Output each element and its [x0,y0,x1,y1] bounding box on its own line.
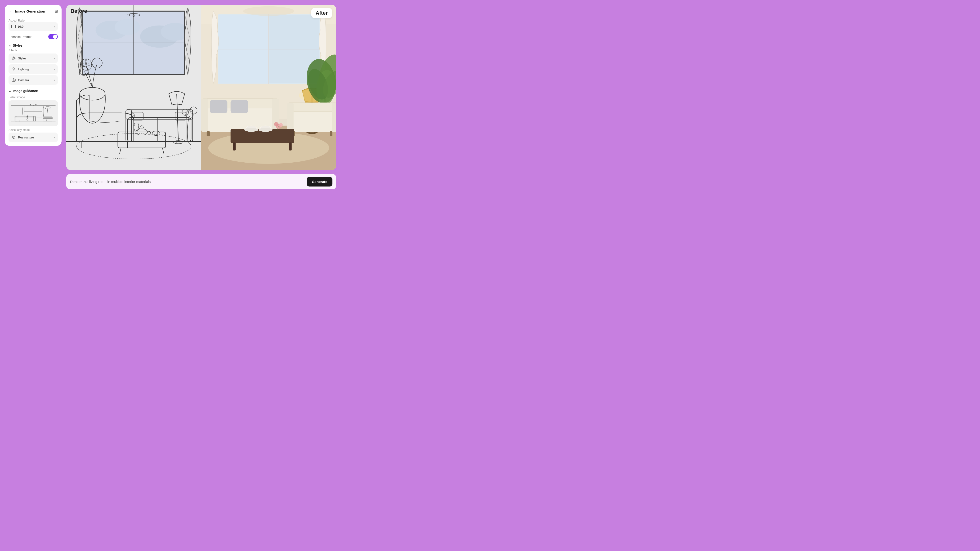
sidebar-title: Image Generation [15,9,45,13]
main-content: Before [66,5,336,189]
before-sketch-image [66,5,201,170]
sidebar-header-left: ← Image Generation [8,8,45,14]
image-guidance-title: Image guidance [13,89,38,93]
lighting-menu-chevron: › [54,67,55,71]
aspect-ratio-chevron: › [54,25,55,29]
svg-point-110 [279,123,283,127]
styles-menu-item[interactable]: Styles › [8,54,58,63]
back-button[interactable]: ← [8,8,13,14]
svg-rect-1 [12,79,15,81]
lighting-icon [11,67,16,71]
svg-rect-92 [207,131,210,136]
restructure-label: Restructure [18,136,34,139]
lighting-menu-item[interactable]: Lighting › [8,64,58,74]
svg-rect-91 [231,100,248,113]
restructure-chevron: › [54,135,55,139]
camera-menu-label: Camera [18,78,29,82]
svg-rect-90 [210,100,227,113]
generate-button[interactable]: Generate [307,177,332,186]
effects-label: Effects [8,49,58,52]
svg-point-0 [13,57,14,59]
camera-menu-chevron: › [54,78,55,82]
image-guidance-collapsible-header[interactable]: ▲ Image guidance [8,88,58,94]
image-guidance-chevron: ▲ [8,89,11,92]
svg-point-113 [243,6,294,16]
styles-icon [11,56,16,60]
svg-rect-95 [287,103,336,112]
select-image-label: Select image [8,95,58,99]
sketch-image [8,100,58,126]
camera-icon [11,78,16,83]
select-mode-label: Select any mode [8,128,58,132]
svg-point-108 [259,128,272,132]
image-guidance-section: ▲ Image guidance Select image [8,88,58,142]
svg-rect-99 [330,131,332,136]
ratio-icon [11,25,16,28]
aspect-ratio-section: Aspect Ratio 16:9 › [8,18,58,31]
sidebar-header: ← Image Generation ⊞ [8,8,58,16]
before-panel: Before [66,5,201,170]
after-label: After [311,8,332,18]
svg-point-2 [13,80,14,81]
styles-collapsible-header[interactable]: ▲ Styles [8,43,58,48]
enhance-prompt-label: Enhance Prompt [8,35,32,38]
aspect-ratio-label: Aspect Ratio [8,19,58,22]
camera-menu-item[interactable]: Camera › [8,75,58,85]
layout-icon[interactable]: ⊞ [55,9,58,13]
styles-section: ▲ Styles Effects Styles › [8,43,58,85]
svg-rect-101 [233,143,235,151]
aspect-ratio-row[interactable]: 16:9 › [8,22,58,31]
enhance-prompt-toggle[interactable] [48,34,58,39]
sidebar: ← Image Generation ⊞ Aspect Ratio 16:9 ›… [5,5,62,146]
styles-menu-item-left: Styles [11,56,26,60]
svg-rect-94 [288,110,336,132]
svg-point-107 [244,128,258,132]
aspect-ratio-left: 16:9 [11,25,24,29]
svg-point-30 [115,19,140,35]
restructure-icon [11,135,16,140]
before-label: Before [70,8,87,14]
image-comparison: Before [66,5,336,170]
styles-title: Styles [13,44,22,47]
lighting-menu-item-left: Lighting [11,67,29,71]
after-render-image [201,5,336,170]
camera-menu-item-left: Camera [11,78,29,83]
svg-rect-75 [218,15,268,83]
restructure-item-left: Restructure [11,135,34,140]
svg-point-111 [274,122,279,127]
image-preview[interactable] [8,100,58,126]
app-container: ← Image Generation ⊞ Aspect Ratio 16:9 ›… [0,0,341,192]
prompt-text: Render this living room in multiple inte… [70,179,307,184]
svg-rect-88 [201,99,208,132]
svg-rect-102 [289,143,292,151]
styles-chevron: ▲ [8,44,11,47]
styles-menu-label: Styles [18,57,26,60]
lighting-menu-label: Lighting [18,67,29,71]
after-panel: After [201,5,336,170]
svg-rect-96 [287,103,294,132]
prompt-bar: Render this living room in multiple inte… [66,174,336,189]
restructure-item[interactable]: Restructure › [8,133,58,142]
aspect-ratio-value: 16:9 [18,25,24,29]
styles-menu-chevron: › [54,56,55,60]
enhance-prompt-row: Enhance Prompt [8,33,58,40]
svg-rect-97 [332,103,336,132]
